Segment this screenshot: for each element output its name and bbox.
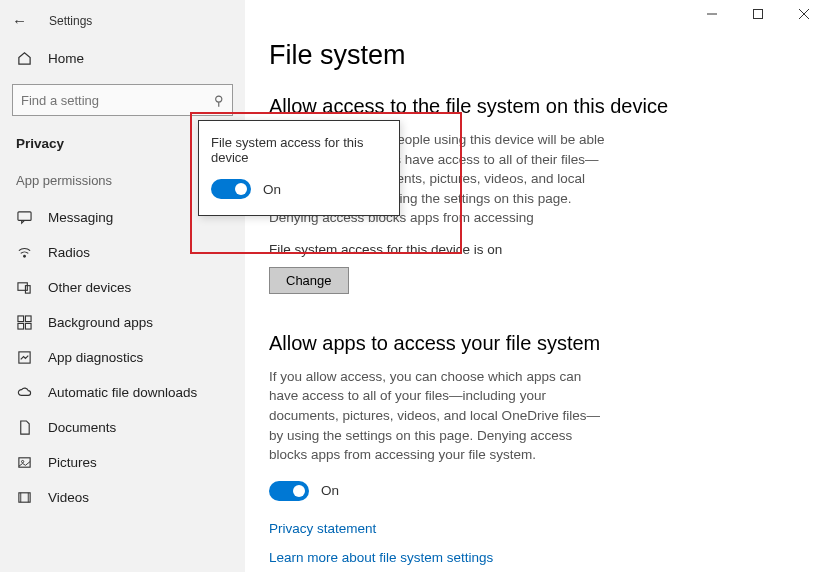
back-button[interactable]: ← <box>12 12 27 29</box>
section-device-access-title: Allow access to the file system on this … <box>269 95 803 118</box>
radios-icon <box>16 245 32 260</box>
content-area: File system Allow access to the file sys… <box>245 0 827 572</box>
nav-home[interactable]: Home <box>0 41 245 76</box>
home-icon <box>16 51 32 66</box>
app-title: Settings <box>49 14 92 28</box>
apps-access-toggle[interactable] <box>269 481 309 501</box>
svg-point-14 <box>21 460 23 462</box>
svg-point-5 <box>23 255 26 258</box>
section-apps-access-body: If you allow access, you can choose whic… <box>269 367 614 465</box>
nav-radios[interactable]: Radios <box>0 235 245 270</box>
svg-rect-11 <box>25 323 31 329</box>
sidebar: ← Settings Home ⚲ Privacy App permission… <box>0 0 245 572</box>
section-apps-access-title: Allow apps to access your file system <box>269 332 803 355</box>
nav-label: Messaging <box>48 210 113 225</box>
nav-pictures[interactable]: Pictures <box>0 445 245 480</box>
search-field[interactable] <box>21 93 214 108</box>
nav-label: App diagnostics <box>48 350 143 365</box>
svg-rect-8 <box>17 316 23 322</box>
svg-rect-9 <box>25 316 31 322</box>
diagnostics-icon <box>16 350 32 365</box>
documents-icon <box>16 420 32 435</box>
nav-label: Pictures <box>48 455 97 470</box>
nav-automatic-downloads[interactable]: Automatic file downloads <box>0 375 245 410</box>
change-button[interactable]: Change <box>269 267 349 294</box>
devices-icon <box>16 280 32 295</box>
messaging-icon <box>16 210 32 225</box>
device-access-popup: File system access for this device On <box>198 120 400 216</box>
search-icon: ⚲ <box>214 93 224 108</box>
device-access-status: File system access for this device is on <box>269 242 803 257</box>
popup-toggle[interactable] <box>211 179 251 199</box>
background-apps-icon <box>16 315 32 330</box>
pictures-icon <box>16 455 32 470</box>
nav-documents[interactable]: Documents <box>0 410 245 445</box>
page-title: File system <box>269 40 803 71</box>
nav-label: Documents <box>48 420 116 435</box>
popup-toggle-label: On <box>263 182 281 197</box>
nav-label: Radios <box>48 245 90 260</box>
popup-title: File system access for this device <box>211 135 387 165</box>
search-input[interactable]: ⚲ <box>12 84 233 116</box>
videos-icon <box>16 490 32 505</box>
nav-label: Videos <box>48 490 89 505</box>
nav-label: Other devices <box>48 280 131 295</box>
cloud-icon <box>16 385 32 400</box>
nav-home-label: Home <box>48 51 84 66</box>
learn-more-link[interactable]: Learn more about file system settings <box>269 550 803 565</box>
nav-background-apps[interactable]: Background apps <box>0 305 245 340</box>
svg-rect-4 <box>17 212 30 220</box>
nav-other-devices[interactable]: Other devices <box>0 270 245 305</box>
svg-rect-10 <box>17 323 23 329</box>
nav-videos[interactable]: Videos <box>0 480 245 515</box>
nav-label: Background apps <box>48 315 153 330</box>
nav-app-diagnostics[interactable]: App diagnostics <box>0 340 245 375</box>
apps-access-toggle-label: On <box>321 483 339 498</box>
nav-label: Automatic file downloads <box>48 385 197 400</box>
privacy-statement-link[interactable]: Privacy statement <box>269 521 803 536</box>
